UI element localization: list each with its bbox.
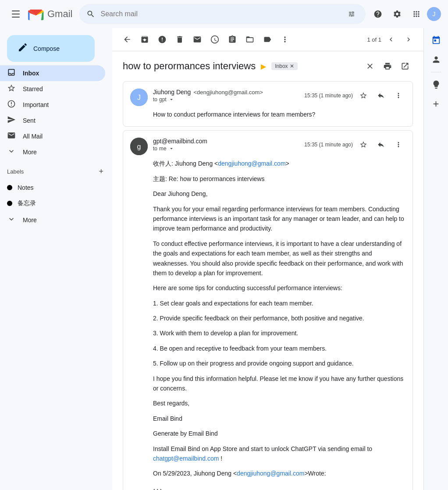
snooze-button[interactable] bbox=[207, 32, 223, 47]
sidebar-item-sent[interactable]: Sent bbox=[0, 113, 105, 128]
prev-email-button[interactable] bbox=[383, 32, 399, 47]
inbox-badge[interactable]: Inbox ✕ bbox=[271, 62, 297, 70]
sender-avatar-1: J bbox=[130, 89, 148, 106]
mark-unread-button[interactable] bbox=[189, 32, 205, 47]
gmail-text: Gmail bbox=[47, 8, 72, 20]
email-content: how to perormances interviews ▶ Inbox ✕ bbox=[112, 51, 423, 490]
allmail-icon bbox=[7, 131, 16, 142]
to-line-2: to me bbox=[153, 146, 299, 152]
star-message-2-button[interactable] bbox=[356, 138, 370, 152]
sender-info-1: Jiuhong Deng <dengjiuhong@gmail.com> to … bbox=[153, 89, 299, 103]
inbox-icon bbox=[7, 68, 16, 79]
move-button[interactable] bbox=[242, 32, 258, 47]
print-thread-button[interactable] bbox=[380, 58, 395, 74]
pagination: 1 of 1 bbox=[367, 32, 416, 47]
message-1-time: 15:35 (1 minute ago) bbox=[304, 89, 405, 103]
sidebar-item-starred[interactable]: Starred bbox=[0, 81, 105, 97]
archive-button[interactable] bbox=[137, 32, 153, 47]
sidebar: Compose Inbox Starred Important bbox=[0, 28, 112, 490]
search-filter-button[interactable] bbox=[345, 7, 359, 21]
message-2-header: g gpt@emailbind.com to me bbox=[130, 138, 405, 155]
sender-avatar-2: g bbox=[130, 138, 148, 155]
sidebar-item-starred-label: Starred bbox=[23, 85, 98, 92]
label-dot-notes bbox=[7, 185, 12, 190]
sidebar-item-sent-label: Sent bbox=[23, 117, 98, 124]
labels-add-button[interactable]: + bbox=[97, 165, 105, 178]
right-divider bbox=[431, 72, 441, 72]
user-avatar[interactable]: J bbox=[427, 7, 441, 21]
more-icon bbox=[7, 147, 16, 158]
compose-icon bbox=[18, 42, 28, 55]
show-more-button[interactable]: ··· bbox=[153, 484, 405, 490]
next-email-button[interactable] bbox=[401, 32, 416, 47]
delete-button[interactable] bbox=[172, 32, 188, 47]
sidebar-labels-more[interactable]: More bbox=[0, 212, 105, 228]
sender-email-link[interactable]: dengjiuhong@gmail.com bbox=[237, 470, 304, 477]
recipient-email-link[interactable]: dengjiuhong@gmail.com bbox=[218, 160, 285, 167]
label-button[interactable] bbox=[260, 32, 275, 47]
more-message-2-button[interactable] bbox=[391, 138, 405, 152]
calendar-panel-button[interactable] bbox=[427, 32, 445, 49]
pagination-text: 1 of 1 bbox=[367, 36, 381, 43]
sidebar-item-allmail[interactable]: All Mail bbox=[0, 128, 105, 144]
search-input[interactable] bbox=[100, 10, 339, 18]
add-task-button[interactable] bbox=[224, 32, 240, 47]
more-actions-button[interactable] bbox=[277, 32, 293, 47]
message-2-time: 15:35 (1 minute ago) bbox=[304, 138, 405, 152]
label-item-备忘录[interactable]: 备忘录 bbox=[0, 195, 105, 211]
compose-button[interactable]: Compose bbox=[7, 35, 95, 62]
label-notes-text: Notes bbox=[18, 184, 34, 191]
close-thread-button[interactable] bbox=[362, 58, 378, 74]
top-icons: J bbox=[369, 5, 441, 23]
add-panel-button[interactable]: + bbox=[427, 95, 445, 113]
sender-name-1: Jiuhong Deng <dengjiuhong@gmail.com> bbox=[153, 89, 299, 96]
subject-arrow-icon: ▶ bbox=[261, 62, 266, 71]
svg-text:J: J bbox=[137, 94, 141, 101]
menu-button[interactable] bbox=[7, 5, 25, 23]
sidebar-item-inbox-label: Inbox bbox=[23, 70, 98, 77]
settings-button[interactable] bbox=[388, 5, 406, 23]
sidebar-item-more-label: More bbox=[23, 149, 98, 156]
message-1-header: J Jiuhong Deng <dengjiuhong@gmail.com> t… bbox=[130, 89, 405, 106]
svg-text:g: g bbox=[137, 143, 141, 150]
svg-rect-1 bbox=[12, 14, 20, 14]
sent-icon bbox=[7, 115, 16, 126]
svg-rect-2 bbox=[12, 17, 20, 18]
inbox-badge-close[interactable]: ✕ bbox=[290, 63, 294, 69]
labels-more-label: More bbox=[23, 217, 98, 224]
label-item-notes[interactable]: Notes bbox=[0, 180, 105, 195]
important-icon bbox=[7, 99, 16, 110]
search-bar[interactable] bbox=[79, 4, 366, 24]
right-panel: + bbox=[423, 28, 448, 490]
sidebar-item-more[interactable]: More bbox=[0, 144, 105, 160]
to-line-1: to gpt bbox=[153, 96, 299, 103]
starred-icon bbox=[7, 84, 16, 95]
label-备忘录-text: 备忘录 bbox=[18, 199, 36, 207]
message-1-body: How to conduct performance interviews fo… bbox=[153, 110, 405, 119]
back-button[interactable] bbox=[119, 32, 135, 47]
gmail-logo: Gmail bbox=[28, 8, 72, 20]
label-dot-备忘录 bbox=[7, 201, 12, 206]
subject-title: how to perormances interviews bbox=[123, 60, 256, 72]
reply-message-1-button[interactable] bbox=[374, 89, 388, 103]
sender-name-2: gpt@emailbind.com bbox=[153, 138, 299, 145]
sidebar-item-inbox[interactable]: Inbox bbox=[0, 65, 105, 81]
contacts-panel-button[interactable] bbox=[427, 51, 445, 68]
star-message-1-button[interactable] bbox=[356, 89, 370, 103]
keep-panel-button[interactable] bbox=[427, 76, 445, 93]
reply-message-2-button[interactable] bbox=[374, 138, 388, 152]
email-thread: 1 of 1 how to perormances interviews ▶ bbox=[112, 28, 423, 490]
chatgpt-email-link[interactable]: chatgpt@emailbind.com bbox=[153, 455, 219, 462]
sidebar-item-important[interactable]: Important bbox=[0, 97, 105, 113]
apps-button[interactable] bbox=[408, 5, 425, 23]
help-button[interactable] bbox=[369, 5, 387, 23]
more-message-1-button[interactable] bbox=[391, 89, 405, 103]
email-subject: how to perormances interviews ▶ Inbox ✕ bbox=[123, 58, 413, 74]
open-in-new-button[interactable] bbox=[397, 58, 413, 74]
labels-title: Labels bbox=[7, 168, 24, 175]
sidebar-item-allmail-label: All Mail bbox=[23, 133, 98, 140]
thread-toolbar: 1 of 1 bbox=[112, 28, 423, 51]
message-2-body: 收件人: Jiuhong Deng <dengjiuhong@gmail.com… bbox=[153, 159, 405, 478]
report-spam-button[interactable] bbox=[154, 32, 170, 47]
sender-email-1: <dengjiuhong@gmail.com> bbox=[193, 89, 263, 96]
